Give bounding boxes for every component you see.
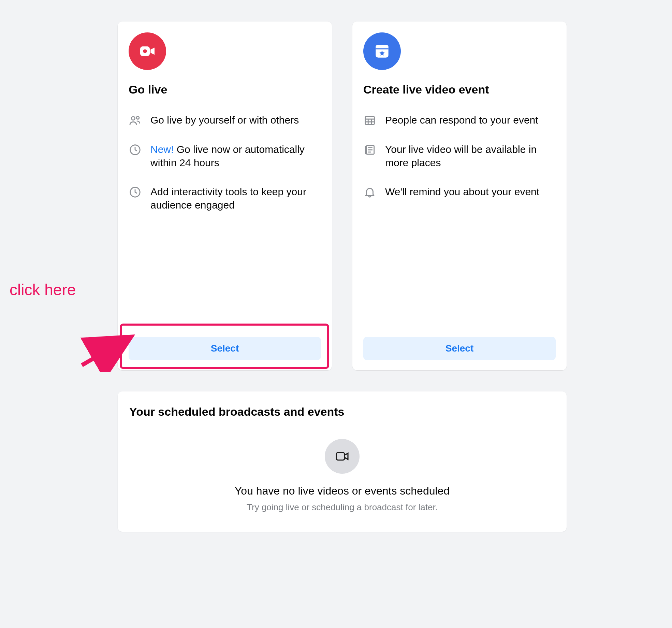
clock-icon bbox=[129, 143, 142, 156]
people-icon bbox=[129, 114, 142, 127]
feature-item: Add interactivity tools to keep your aud… bbox=[129, 185, 321, 212]
feature-item: New! Go live now or automatically within… bbox=[129, 143, 321, 169]
create-event-icon-circle bbox=[363, 32, 401, 70]
scheduled-broadcasts-card: Your scheduled broadcasts and events You… bbox=[118, 391, 567, 532]
feature-item: We'll remind you about your event bbox=[363, 185, 556, 199]
svg-rect-10 bbox=[336, 453, 345, 460]
feature-text: Add interactivity tools to keep your aud… bbox=[150, 185, 321, 212]
svg-point-2 bbox=[131, 117, 135, 120]
create-event-features: People can respond to your event Your li… bbox=[363, 113, 556, 337]
svg-rect-7 bbox=[376, 45, 388, 49]
feature-item: Go live by yourself or with others bbox=[129, 113, 321, 127]
video-camera-outline-icon bbox=[334, 448, 350, 465]
feature-item: People can respond to your event bbox=[363, 113, 556, 127]
annotation-click-here-label: click here bbox=[10, 281, 76, 299]
bell-icon bbox=[363, 186, 376, 199]
go-live-features: Go live by yourself or with others New! … bbox=[129, 113, 321, 337]
feature-text: Go live by yourself or with others bbox=[150, 113, 299, 127]
svg-point-1 bbox=[143, 49, 147, 53]
calendar-grid-icon bbox=[363, 114, 376, 127]
feature-item: Your live video will be available in mor… bbox=[363, 143, 556, 169]
video-camera-icon bbox=[138, 42, 157, 61]
option-cards-row: Go live Go live by yourself or with othe… bbox=[118, 22, 567, 370]
go-live-title: Go live bbox=[129, 83, 321, 96]
scheduled-title: Your scheduled broadcasts and events bbox=[129, 405, 555, 418]
create-event-card: Create live video event People can respo… bbox=[352, 22, 567, 370]
create-event-title: Create live video event bbox=[363, 83, 556, 96]
clock-icon bbox=[129, 186, 142, 199]
empty-state-icon-circle bbox=[325, 439, 360, 474]
empty-state: You have no live videos or events schedu… bbox=[129, 439, 555, 513]
main-content: Go live Go live by yourself or with othe… bbox=[118, 22, 567, 532]
go-live-select-button[interactable]: Select bbox=[129, 337, 321, 360]
calendar-event-icon bbox=[372, 42, 392, 61]
svg-rect-8 bbox=[365, 116, 375, 125]
go-live-icon-circle bbox=[129, 32, 166, 70]
empty-state-subtitle: Try going live or scheduling a broadcast… bbox=[247, 502, 438, 513]
svg-point-3 bbox=[136, 116, 139, 119]
create-event-select-button[interactable]: Select bbox=[363, 337, 556, 360]
feature-text: We'll remind you about your event bbox=[385, 185, 539, 198]
feature-text: Your live video will be available in mor… bbox=[385, 143, 556, 169]
go-live-card: Go live Go live by yourself or with othe… bbox=[118, 22, 332, 370]
empty-state-title: You have no live videos or events schedu… bbox=[235, 485, 450, 497]
feature-text: People can respond to your event bbox=[385, 113, 538, 127]
newspaper-icon bbox=[363, 143, 376, 156]
new-badge: New! bbox=[150, 144, 177, 155]
feature-text: New! Go live now or automatically within… bbox=[150, 143, 321, 169]
